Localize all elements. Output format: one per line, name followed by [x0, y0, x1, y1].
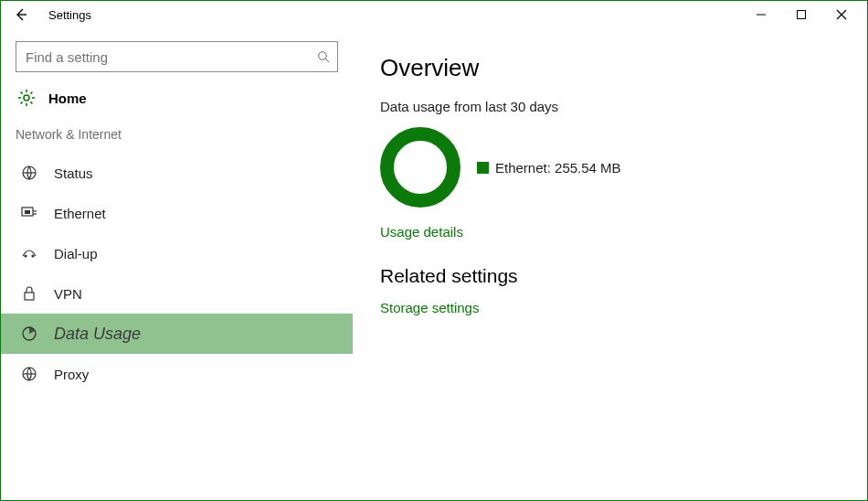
sidebar-item-status[interactable]: Status — [1, 153, 353, 193]
search-input[interactable] — [16, 49, 310, 65]
svg-point-22 — [24, 254, 26, 257]
svg-rect-19 — [25, 210, 30, 214]
window-title: Settings — [48, 8, 91, 22]
svg-line-14 — [21, 101, 23, 103]
section-title: Network & Internet — [1, 118, 353, 153]
svg-rect-2 — [798, 11, 806, 19]
legend-label: Ethernet: 255.54 MB — [495, 160, 621, 176]
body: Home Network & Internet Status Ethernet … — [1, 28, 867, 500]
close-icon — [836, 9, 847, 20]
proxy-icon — [19, 366, 39, 382]
maximize-button[interactable] — [781, 2, 821, 27]
legend-square-icon — [477, 162, 489, 174]
sidebar-item-label: Dial-up — [54, 246, 98, 261]
sidebar-item-dialup[interactable]: Dial-up — [1, 233, 353, 273]
usage-donut-chart — [380, 127, 460, 208]
home-button[interactable]: Home — [1, 85, 353, 118]
sidebar-item-label: Proxy — [54, 367, 89, 382]
sidebar-item-datausage[interactable]: Data Usage — [1, 314, 353, 354]
home-label: Home — [48, 91, 87, 106]
status-icon — [19, 165, 39, 181]
sidebar-item-label: Status — [54, 165, 93, 181]
minimize-button[interactable] — [741, 2, 781, 27]
sidebar-item-label: VPN — [54, 286, 82, 302]
svg-point-5 — [318, 51, 326, 59]
sidebar-item-proxy[interactable]: Proxy — [1, 354, 353, 394]
close-button[interactable] — [821, 2, 862, 27]
vpn-icon — [19, 286, 39, 301]
usage-subtext: Data usage from last 30 days — [380, 99, 840, 114]
sidebar-item-ethernet[interactable]: Ethernet — [1, 193, 353, 233]
titlebar: Settings — [1, 1, 867, 28]
maximize-icon — [796, 9, 807, 20]
settings-window: Settings Hom — [0, 0, 868, 501]
dialup-icon — [19, 247, 39, 260]
sidebar-item-vpn[interactable]: VPN — [1, 273, 353, 314]
svg-line-15 — [30, 92, 32, 94]
gear-icon — [17, 89, 36, 107]
sidebar-item-label: Ethernet — [54, 206, 106, 221]
back-arrow-icon — [14, 7, 28, 22]
svg-line-6 — [325, 59, 329, 62]
storage-settings-link[interactable]: Storage settings — [380, 300, 479, 315]
related-heading: Related settings — [380, 265, 840, 287]
svg-point-7 — [24, 95, 29, 101]
datausage-icon — [19, 325, 39, 342]
search-box[interactable] — [16, 41, 338, 72]
svg-line-12 — [21, 92, 23, 94]
content: Overview Data usage from last 30 days Et… — [353, 28, 867, 500]
ethernet-icon — [19, 207, 39, 219]
usage-chart-row: Ethernet: 255.54 MB — [380, 127, 840, 208]
svg-line-13 — [30, 101, 32, 103]
search-icon — [310, 50, 337, 64]
svg-rect-24 — [25, 293, 34, 300]
usage-details-link[interactable]: Usage details — [380, 224, 463, 240]
window-controls — [741, 2, 862, 27]
back-button[interactable] — [6, 2, 36, 27]
page-heading: Overview — [380, 54, 840, 82]
sidebar-item-label: Data Usage — [54, 325, 141, 344]
svg-point-23 — [31, 254, 34, 257]
minimize-icon — [756, 9, 767, 20]
sidebar: Home Network & Internet Status Ethernet … — [1, 28, 353, 500]
usage-legend: Ethernet: 255.54 MB — [477, 160, 621, 176]
